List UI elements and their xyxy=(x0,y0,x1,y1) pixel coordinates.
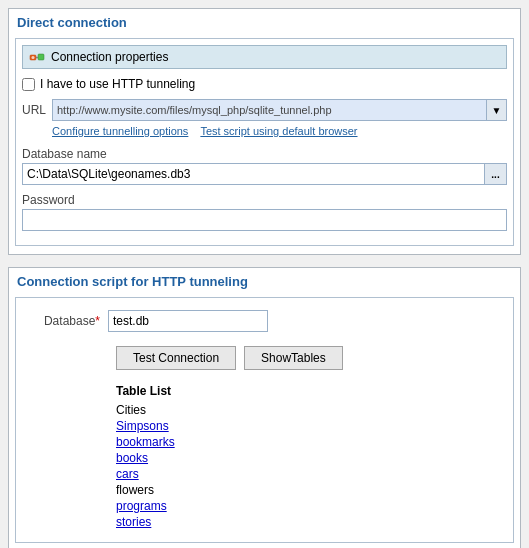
http-tunnel-checkbox[interactable] xyxy=(22,78,35,91)
url-dropdown-button[interactable]: ▼ xyxy=(487,99,507,121)
url-label: URL xyxy=(22,103,52,117)
db-name-input[interactable] xyxy=(22,163,485,185)
svg-point-3 xyxy=(32,56,35,59)
table-item[interactable]: cars xyxy=(116,466,501,482)
password-label: Password xyxy=(22,193,507,207)
test-connection-button[interactable]: Test Connection xyxy=(116,346,236,370)
http-tunneling-inner: Database* Test Connection ShowTables Tab… xyxy=(15,297,514,543)
links-row: Configure tunnelling options Test script… xyxy=(52,125,507,137)
table-list: CitiesSimpsonsbookmarksbookscarsflowersp… xyxy=(116,402,501,530)
url-input[interactable] xyxy=(52,99,487,121)
test-script-link[interactable]: Test script using default browser xyxy=(200,125,357,137)
http-tunnel-row[interactable]: I have to use HTTP tunneling xyxy=(22,77,507,91)
direct-connection-section: Direct connection Connection properties … xyxy=(8,8,521,255)
dropdown-arrow-icon: ▼ xyxy=(492,105,502,116)
table-item[interactable]: stories xyxy=(116,514,501,530)
connection-icon xyxy=(29,49,45,65)
db-name-label: Database name xyxy=(22,147,507,161)
http-tunneling-title: Connection script for HTTP tunneling xyxy=(9,268,520,293)
table-item[interactable]: flowers xyxy=(116,482,501,498)
database-form-label: Database* xyxy=(28,314,108,328)
svg-rect-1 xyxy=(38,54,44,60)
database-form-row: Database* xyxy=(28,310,501,332)
db-name-row: ... xyxy=(22,163,507,185)
conn-props-label: Connection properties xyxy=(51,50,168,64)
action-buttons-row: Test Connection ShowTables xyxy=(116,346,501,370)
browse-dots-icon: ... xyxy=(491,169,499,180)
table-list-section: Table List CitiesSimpsonsbookmarksbooksc… xyxy=(116,384,501,530)
configure-tunnelling-link[interactable]: Configure tunnelling options xyxy=(52,125,188,137)
required-star: * xyxy=(95,314,100,328)
database-form-input[interactable] xyxy=(108,310,268,332)
http-tunnel-label: I have to use HTTP tunneling xyxy=(40,77,195,91)
table-item[interactable]: Cities xyxy=(116,402,501,418)
http-tunneling-section: Connection script for HTTP tunneling Dat… xyxy=(8,267,521,548)
table-item[interactable]: books xyxy=(116,450,501,466)
table-item[interactable]: bookmarks xyxy=(116,434,501,450)
table-item[interactable]: Simpsons xyxy=(116,418,501,434)
url-row: URL ▼ xyxy=(22,99,507,121)
table-item[interactable]: programs xyxy=(116,498,501,514)
show-tables-button[interactable]: ShowTables xyxy=(244,346,343,370)
browse-button[interactable]: ... xyxy=(485,163,507,185)
direct-connection-title: Direct connection xyxy=(9,9,520,34)
table-list-title: Table List xyxy=(116,384,501,398)
password-input[interactable] xyxy=(22,209,507,231)
direct-connection-inner: Connection properties I have to use HTTP… xyxy=(15,38,514,246)
conn-props-bar: Connection properties xyxy=(22,45,507,69)
